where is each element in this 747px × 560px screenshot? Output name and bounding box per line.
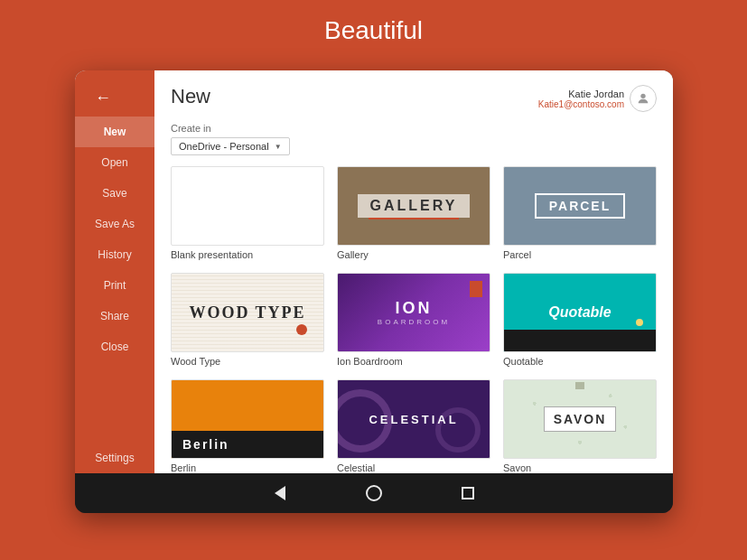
sidebar: ← New Open Save Save As History Print Sh…	[75, 70, 154, 473]
create-in-value: OneDrive - Personal	[179, 141, 269, 152]
template-thumb-celestial: CELESTIAL	[337, 379, 490, 459]
woodtype-dot	[296, 324, 307, 335]
template-blank[interactable]: Blank presentation	[171, 166, 324, 260]
template-label-savon: Savon	[503, 462, 657, 473]
parcel-box: PARCEL	[535, 193, 626, 219]
app-area: ← New Open Save Save As History Print Sh…	[75, 70, 673, 473]
create-in-row: Create in OneDrive - Personal ▼	[171, 123, 657, 155]
template-label-gallery: Gallery	[337, 249, 490, 260]
chevron-down-icon: ▼	[275, 143, 282, 151]
quotable-text: Quotable	[548, 304, 611, 321]
sidebar-item-settings[interactable]: Settings	[75, 443, 154, 473]
woodtype-text: WOOD TYPE	[189, 303, 305, 322]
user-email: Katie1@contoso.com	[538, 99, 624, 109]
template-thumb-parcel: PARCEL	[503, 166, 657, 246]
back-button[interactable]: ←	[75, 79, 154, 117]
nav-back-button[interactable]	[269, 482, 291, 504]
sidebar-item-history[interactable]: History	[75, 239, 154, 270]
ion-text-block: ION BOARDROOM	[378, 299, 450, 326]
template-thumb-gallery: GALLERY	[337, 166, 490, 246]
savon-box: SAVON	[544, 406, 617, 432]
home-icon	[366, 485, 382, 501]
create-in-label: Create in	[171, 123, 657, 134]
svg-point-0	[640, 94, 645, 98]
template-celestial[interactable]: CELESTIAL Celestial	[337, 379, 490, 473]
quotable-dot	[636, 319, 643, 326]
tablet-frame: ← New Open Save Save As History Print Sh…	[75, 70, 673, 513]
sidebar-item-open[interactable]: Open	[75, 147, 154, 178]
page-title: New	[171, 85, 210, 108]
ion-main-text: ION	[378, 299, 450, 318]
template-label-woodtype: Wood Type	[171, 356, 324, 367]
create-in-dropdown[interactable]: OneDrive - Personal ▼	[171, 137, 290, 155]
recents-icon	[462, 487, 474, 499]
ion-accent	[470, 281, 482, 297]
user-info: Katie Jordan Katie1@contoso.com	[538, 85, 657, 112]
savon-clip	[575, 382, 584, 389]
template-label-blank: Blank presentation	[171, 249, 324, 260]
template-thumb-berlin: Berlin	[171, 379, 324, 459]
header-row: New Katie Jordan Katie1@contoso.com	[171, 85, 657, 112]
template-thumb-woodtype: WOOD TYPE	[171, 273, 324, 352]
user-name: Katie Jordan	[538, 89, 624, 99]
template-label-ion: Ion Boardroom	[337, 356, 490, 367]
savon-text: SAVON	[554, 412, 607, 426]
template-thumb-quotable: Quotable	[503, 273, 657, 352]
template-thumb-blank	[171, 166, 324, 246]
template-ion[interactable]: ION BOARDROOM Ion Boardroom	[337, 273, 490, 367]
back-icon	[275, 486, 285, 500]
template-gallery[interactable]: GALLERY Gallery	[337, 166, 490, 260]
sidebar-item-new[interactable]: New	[75, 117, 154, 147]
quotable-bar	[504, 330, 656, 351]
sidebar-item-save[interactable]: Save	[75, 178, 154, 209]
templates-grid: Blank presentation GALLERY Gallery PARCE…	[171, 166, 657, 473]
template-thumb-savon: SAVON	[503, 379, 657, 459]
main-content: New Katie Jordan Katie1@contoso.com Crea…	[154, 70, 673, 473]
sidebar-item-close[interactable]: Close	[75, 331, 154, 362]
berlin-bar: Berlin	[172, 431, 323, 458]
template-parcel[interactable]: PARCEL Parcel	[503, 166, 657, 260]
user-avatar[interactable]	[630, 85, 657, 112]
template-savon[interactable]: SAVON Savon	[503, 379, 657, 473]
template-label-berlin: Berlin	[171, 462, 324, 473]
template-label-celestial: Celestial	[337, 462, 490, 473]
celestial-text: CELESTIAL	[369, 413, 458, 426]
ion-sub-text: BOARDROOM	[378, 318, 450, 326]
page-heading: Beautiful	[0, 0, 747, 56]
gallery-line	[369, 218, 460, 219]
sidebar-item-print[interactable]: Print	[75, 270, 154, 301]
nav-recents-button[interactable]	[457, 482, 479, 504]
template-label-quotable: Quotable	[503, 356, 657, 367]
sidebar-item-saveas[interactable]: Save As	[75, 209, 154, 239]
template-berlin[interactable]: Berlin Berlin	[171, 379, 324, 473]
user-text: Katie Jordan Katie1@contoso.com	[538, 89, 624, 109]
berlin-text: Berlin	[182, 437, 229, 452]
template-thumb-ion: ION BOARDROOM	[337, 273, 490, 352]
nav-home-button[interactable]	[363, 482, 385, 504]
bottom-nav-bar	[75, 473, 673, 513]
gallery-text: GALLERY	[358, 194, 471, 218]
sidebar-item-share[interactable]: Share	[75, 301, 154, 331]
template-woodtype[interactable]: WOOD TYPE Wood Type	[171, 273, 324, 367]
template-label-parcel: Parcel	[503, 249, 657, 260]
template-quotable[interactable]: Quotable Quotable	[503, 273, 657, 367]
